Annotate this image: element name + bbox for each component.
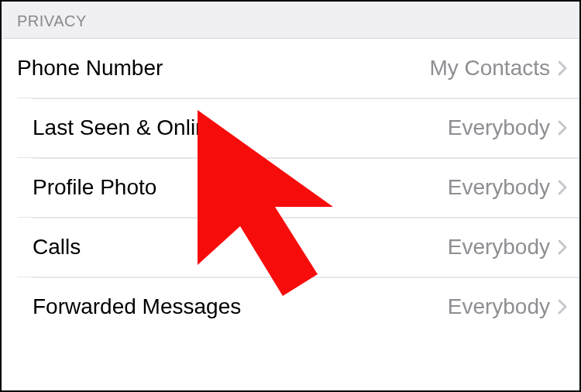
row-value: Everybody	[448, 235, 550, 260]
row-label: Last Seen & Online	[33, 115, 219, 140]
row-right: Everybody	[448, 294, 567, 319]
section-title: PRIVACY	[17, 12, 564, 30]
row-value: Everybody	[448, 175, 550, 200]
row-phone-number[interactable]: Phone Number My Contacts	[2, 39, 579, 98]
chevron-right-icon	[558, 180, 567, 195]
row-calls[interactable]: Calls Everybody	[17, 217, 579, 277]
row-right: Everybody	[448, 235, 567, 260]
row-value: My Contacts	[429, 56, 550, 81]
row-profile-photo[interactable]: Profile Photo Everybody	[17, 157, 579, 217]
privacy-section-header: PRIVACY	[2, 2, 579, 39]
row-right: Everybody	[448, 175, 567, 200]
row-label: Profile Photo	[33, 175, 156, 200]
row-last-seen-online[interactable]: Last Seen & Online Everybody	[17, 98, 579, 157]
privacy-settings-list: Phone Number My Contacts Last Seen & Onl…	[2, 39, 579, 336]
row-label: Phone Number	[17, 56, 163, 81]
row-value: Everybody	[448, 115, 550, 140]
chevron-right-icon	[558, 299, 567, 315]
chevron-right-icon	[558, 60, 567, 76]
row-right: Everybody	[448, 115, 567, 140]
chevron-right-icon	[558, 239, 567, 255]
row-label: Forwarded Messages	[33, 294, 241, 319]
row-value: Everybody	[448, 294, 550, 319]
row-right: My Contacts	[429, 56, 567, 81]
chevron-right-icon	[558, 120, 567, 136]
row-forwarded-messages[interactable]: Forwarded Messages Everybody	[17, 277, 579, 336]
row-label: Calls	[33, 235, 81, 260]
